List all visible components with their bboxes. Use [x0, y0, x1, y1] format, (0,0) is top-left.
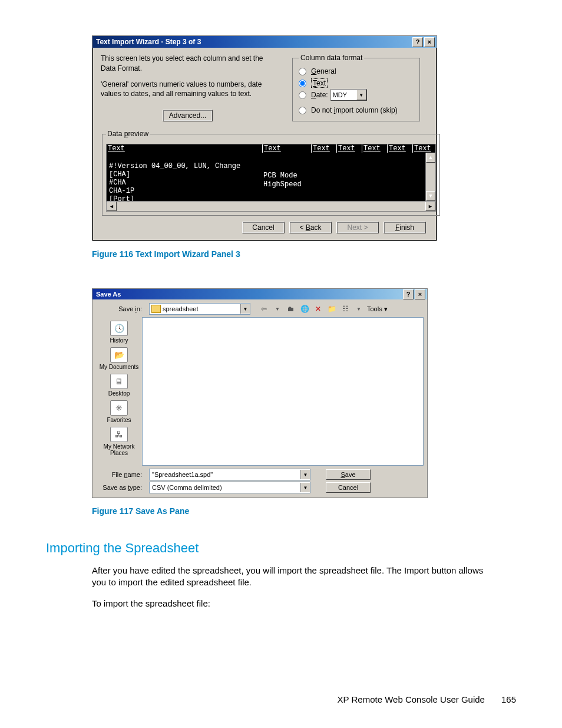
vertical-scrollbar[interactable]: ▲ ▼ [425, 153, 435, 201]
radio-general[interactable] [299, 68, 306, 75]
next-button[interactable]: Next > [336, 222, 379, 233]
figure-caption-116: Figure 116 Text Import Wizard Panel 3 [92, 249, 516, 259]
data-preview-group: Data preview Text Text Text Text Text Te… [102, 130, 440, 216]
file-type-combo[interactable]: CSV (Comma delimited) ▼ [149, 482, 310, 493]
radio-skip[interactable] [299, 107, 306, 114]
advanced-button[interactable]: Advanced... [163, 110, 213, 121]
back-dropdown-icon[interactable]: ▼ [272, 304, 283, 314]
dialog-title: Save As [94, 291, 402, 298]
group-legend: Column data format [299, 54, 364, 62]
favorites-icon: ✳ [110, 400, 128, 416]
back-icon[interactable]: ⇦ [259, 304, 269, 314]
save-as-dialog: Save As ? × Save in: spreadsheet ▼ ⇦ ▼ 🖿… [92, 288, 428, 498]
place-desktop[interactable]: 🖥 Desktop [108, 374, 130, 397]
save-button[interactable]: Save [326, 469, 371, 480]
column-data-format-group: Column data format General Text Date: MD… [292, 54, 420, 121]
preview-headers: Text Text Text Text Text Text Text [107, 144, 435, 153]
page-footer: XP Remote Web Console User Guide165 [338, 694, 516, 704]
network-icon: 🖧 [110, 427, 128, 442]
help-button[interactable]: ? [403, 289, 414, 299]
place-history[interactable]: 🕓 History [110, 321, 128, 344]
dialog-title: Text Import Wizard - Step 3 of 3 [94, 38, 411, 46]
dropdown-arrow-icon: ▼ [356, 90, 366, 100]
help-button[interactable]: ? [412, 37, 423, 47]
radio-date[interactable] [299, 91, 306, 99]
cancel-button[interactable]: Cancel [242, 222, 285, 233]
place-my-documents[interactable]: 📂 My Documents [100, 347, 139, 370]
paragraph-1: After you have edited the spreadsheet, y… [92, 565, 492, 589]
cancel-button[interactable]: Cancel [326, 482, 371, 493]
place-favorites[interactable]: ✳ Favorites [107, 400, 131, 423]
place-network[interactable]: 🖧 My Network Places [96, 427, 142, 456]
places-bar: 🕓 History 📂 My Documents 🖥 Desktop ✳ Fav… [96, 317, 142, 466]
tools-menu[interactable]: Tools ▾ [367, 305, 388, 313]
text-import-wizard-dialog: Text Import Wizard - Step 3 of 3 ? × Thi… [92, 35, 437, 241]
my-documents-icon: 📂 [110, 347, 128, 363]
preview-body: #!Version 04_00_00, LUN, Change [CHA] #C… [107, 153, 435, 201]
paragraph-2: To import the spreadsheet file: [92, 598, 492, 610]
up-one-level-icon[interactable]: 🖿 [286, 304, 296, 314]
dropdown-arrow-icon: ▼ [240, 304, 250, 314]
radio-text[interactable] [299, 80, 306, 87]
history-icon: 🕓 [110, 321, 128, 336]
save-in-combo[interactable]: spreadsheet ▼ [149, 303, 250, 315]
file-list-area[interactable] [142, 317, 424, 466]
delete-icon[interactable]: ✕ [313, 304, 323, 314]
file-name-input[interactable]: "Spreadsheet1a.spd" ▼ [149, 469, 310, 480]
back-button[interactable]: < Back [289, 222, 332, 233]
views-icon[interactable]: ☷ [340, 304, 351, 314]
finish-button[interactable]: Finish [384, 222, 426, 233]
search-web-icon[interactable]: 🌐 [299, 304, 310, 314]
dropdown-arrow-icon: ▼ [300, 483, 310, 492]
scroll-up-icon[interactable]: ▲ [426, 153, 435, 163]
date-format-combo[interactable]: MDY ▼ [330, 89, 367, 101]
section-heading: Importing the Spreadsheet [46, 541, 516, 556]
dropdown-arrow-icon: ▼ [300, 470, 310, 479]
dialog-titlebar: Save As ? × [92, 289, 427, 299]
scroll-right-icon[interactable]: ► [425, 202, 435, 211]
desktop-icon: 🖥 [110, 374, 128, 389]
horizontal-scrollbar[interactable]: ◄ ► [107, 201, 435, 211]
scroll-down-icon[interactable]: ▼ [426, 191, 435, 201]
scroll-left-icon[interactable]: ◄ [107, 202, 117, 211]
figure-caption-117: Figure 117 Save As Pane [92, 506, 516, 516]
folder-icon [151, 305, 161, 313]
close-button[interactable]: × [415, 289, 425, 299]
new-folder-icon[interactable]: 📁 [326, 304, 337, 314]
dialog-titlebar: Text Import Wizard - Step 3 of 3 ? × [92, 36, 437, 48]
views-dropdown-icon[interactable]: ▼ [353, 304, 364, 314]
close-button[interactable]: × [424, 37, 435, 47]
dialog-description-2: 'General' converts numeric values to num… [101, 80, 275, 100]
dialog-description-1: This screen lets you select each column … [101, 54, 275, 74]
